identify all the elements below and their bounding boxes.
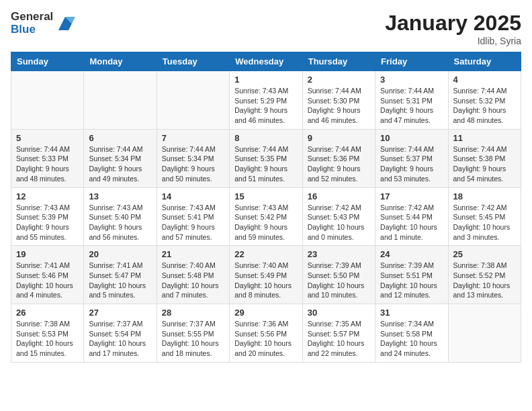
calendar-cell: 4Sunrise: 7:44 AM Sunset: 5:32 PM Daylig… [448,71,521,130]
day-number: 28 [162,308,224,318]
logo-general: General [11,11,53,24]
day-info: Sunrise: 7:34 AM Sunset: 5:58 PM Dayligh… [380,319,443,359]
day-number: 14 [162,191,224,201]
day-number: 24 [380,249,443,259]
weekday-header-sunday: Sunday [11,52,84,71]
weekday-header-friday: Friday [375,52,448,71]
calendar-week-1: 1Sunrise: 7:43 AM Sunset: 5:29 PM Daylig… [11,71,521,130]
day-number: 23 [308,249,370,259]
calendar-cell: 15Sunrise: 7:43 AM Sunset: 5:42 PM Dayli… [230,187,302,246]
day-number: 20 [89,249,151,259]
day-info: Sunrise: 7:44 AM Sunset: 5:31 PM Dayligh… [380,86,443,126]
calendar-cell: 31Sunrise: 7:34 AM Sunset: 5:58 PM Dayli… [375,304,448,363]
day-info: Sunrise: 7:43 AM Sunset: 5:41 PM Dayligh… [162,203,224,242]
day-number: 11 [453,133,516,143]
day-number: 21 [162,249,224,259]
day-info: Sunrise: 7:44 AM Sunset: 5:32 PM Dayligh… [453,86,516,126]
calendar-cell: 30Sunrise: 7:35 AM Sunset: 5:57 PM Dayli… [302,304,375,363]
day-number: 10 [380,133,443,143]
day-number: 31 [380,308,443,318]
calendar-cell [448,304,521,363]
day-info: Sunrise: 7:43 AM Sunset: 5:39 PM Dayligh… [16,203,79,242]
location: Idlib, Syria [385,36,521,46]
weekday-header-wednesday: Wednesday [230,52,302,71]
day-number: 19 [16,249,79,259]
weekday-header-saturday: Saturday [448,52,521,71]
day-number: 9 [308,133,370,143]
calendar-cell: 10Sunrise: 7:44 AM Sunset: 5:37 PM Dayli… [375,129,448,187]
day-info: Sunrise: 7:42 AM Sunset: 5:45 PM Dayligh… [453,203,516,242]
day-info: Sunrise: 7:44 AM Sunset: 5:37 PM Dayligh… [380,144,443,184]
day-number: 4 [453,75,516,85]
day-info: Sunrise: 7:44 AM Sunset: 5:30 PM Dayligh… [308,86,370,126]
month-title: January 2025 [385,11,521,36]
day-info: Sunrise: 7:42 AM Sunset: 5:43 PM Dayligh… [308,203,370,242]
day-info: Sunrise: 7:39 AM Sunset: 5:51 PM Dayligh… [380,261,443,300]
calendar-cell: 22Sunrise: 7:40 AM Sunset: 5:49 PM Dayli… [230,246,302,304]
day-info: Sunrise: 7:38 AM Sunset: 5:52 PM Dayligh… [453,261,516,300]
day-number: 29 [234,308,297,318]
day-info: Sunrise: 7:43 AM Sunset: 5:42 PM Dayligh… [234,203,297,242]
day-number: 26 [16,308,79,318]
day-info: Sunrise: 7:39 AM Sunset: 5:50 PM Dayligh… [308,261,370,300]
logo-blue: Blue [11,24,53,36]
calendar-cell [11,71,84,130]
calendar-cell: 21Sunrise: 7:40 AM Sunset: 5:48 PM Dayli… [157,246,229,304]
weekday-header-thursday: Thursday [302,52,375,71]
day-number: 3 [380,75,443,85]
calendar-cell: 12Sunrise: 7:43 AM Sunset: 5:39 PM Dayli… [11,187,84,246]
day-number: 16 [308,191,370,201]
calendar-cell: 29Sunrise: 7:36 AM Sunset: 5:56 PM Dayli… [230,304,302,363]
day-number: 5 [16,133,79,143]
day-info: Sunrise: 7:36 AM Sunset: 5:56 PM Dayligh… [234,319,297,359]
calendar-cell: 5Sunrise: 7:44 AM Sunset: 5:33 PM Daylig… [11,129,84,187]
calendar-cell: 20Sunrise: 7:41 AM Sunset: 5:47 PM Dayli… [84,246,157,304]
day-info: Sunrise: 7:44 AM Sunset: 5:35 PM Dayligh… [234,144,297,184]
day-number: 18 [453,191,516,201]
day-number: 12 [16,191,79,201]
calendar-cell: 16Sunrise: 7:42 AM Sunset: 5:43 PM Dayli… [302,187,375,246]
day-info: Sunrise: 7:44 AM Sunset: 5:33 PM Dayligh… [16,144,79,184]
calendar-cell: 25Sunrise: 7:38 AM Sunset: 5:52 PM Dayli… [448,246,521,304]
calendar-cell: 8Sunrise: 7:44 AM Sunset: 5:35 PM Daylig… [230,129,302,187]
calendar-cell: 9Sunrise: 7:44 AM Sunset: 5:36 PM Daylig… [302,129,375,187]
calendar-cell: 27Sunrise: 7:37 AM Sunset: 5:54 PM Dayli… [84,304,157,363]
day-info: Sunrise: 7:37 AM Sunset: 5:55 PM Dayligh… [162,319,224,359]
calendar-cell: 18Sunrise: 7:42 AM Sunset: 5:45 PM Dayli… [448,187,521,246]
calendar-cell: 2Sunrise: 7:44 AM Sunset: 5:30 PM Daylig… [302,71,375,130]
calendar-cell [157,71,229,130]
calendar-cell: 3Sunrise: 7:44 AM Sunset: 5:31 PM Daylig… [375,71,448,130]
day-number: 30 [308,308,370,318]
calendar-table: SundayMondayTuesdayWednesdayThursdayFrid… [11,52,521,363]
day-info: Sunrise: 7:41 AM Sunset: 5:47 PM Dayligh… [89,261,151,300]
day-number: 25 [453,249,516,259]
day-info: Sunrise: 7:44 AM Sunset: 5:34 PM Dayligh… [89,144,151,184]
day-number: 1 [234,75,297,85]
day-number: 8 [234,133,297,143]
calendar-cell [84,71,157,130]
day-number: 22 [234,249,297,259]
calendar-cell: 1Sunrise: 7:43 AM Sunset: 5:29 PM Daylig… [230,71,302,130]
day-info: Sunrise: 7:42 AM Sunset: 5:44 PM Dayligh… [380,203,443,242]
title-block: January 2025 Idlib, Syria [385,11,521,46]
weekday-header-tuesday: Tuesday [157,52,229,71]
page-header: General Blue January 2025 Idlib, Syria [11,11,521,46]
calendar-cell: 28Sunrise: 7:37 AM Sunset: 5:55 PM Dayli… [157,304,229,363]
day-info: Sunrise: 7:44 AM Sunset: 5:38 PM Dayligh… [453,144,516,184]
calendar-week-2: 5Sunrise: 7:44 AM Sunset: 5:33 PM Daylig… [11,129,521,187]
calendar-cell: 17Sunrise: 7:42 AM Sunset: 5:44 PM Dayli… [375,187,448,246]
weekday-header-monday: Monday [84,52,157,71]
calendar-cell: 6Sunrise: 7:44 AM Sunset: 5:34 PM Daylig… [84,129,157,187]
logo-icon [55,13,75,34]
calendar-week-5: 26Sunrise: 7:38 AM Sunset: 5:53 PM Dayli… [11,304,521,363]
calendar-cell: 11Sunrise: 7:44 AM Sunset: 5:38 PM Dayli… [448,129,521,187]
day-number: 7 [162,133,224,143]
calendar-cell: 19Sunrise: 7:41 AM Sunset: 5:46 PM Dayli… [11,246,84,304]
day-number: 2 [308,75,370,85]
calendar-cell: 24Sunrise: 7:39 AM Sunset: 5:51 PM Dayli… [375,246,448,304]
day-number: 13 [89,191,151,201]
calendar-week-4: 19Sunrise: 7:41 AM Sunset: 5:46 PM Dayli… [11,246,521,304]
calendar-cell: 7Sunrise: 7:44 AM Sunset: 5:34 PM Daylig… [157,129,229,187]
day-info: Sunrise: 7:40 AM Sunset: 5:48 PM Dayligh… [162,261,224,300]
weekday-header-row: SundayMondayTuesdayWednesdayThursdayFrid… [11,52,521,71]
